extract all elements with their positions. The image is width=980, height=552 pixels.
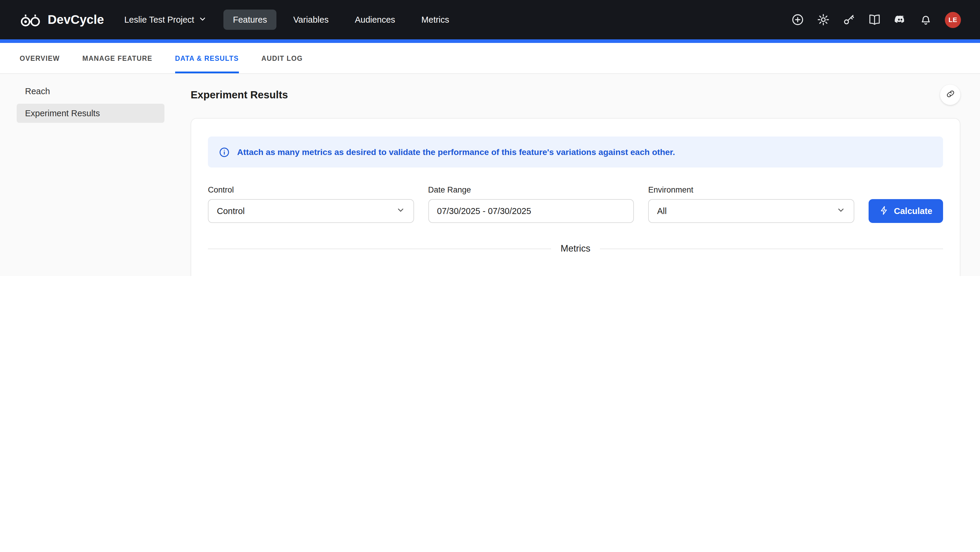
date-range-field: Date Range [428,185,634,223]
top-navbar: DevCycle Leslie Test Project Features Va… [0,0,980,39]
environment-select-value: All [657,206,667,216]
lightning-icon [879,205,889,217]
tab-audit-log[interactable]: AUDIT LOG [261,43,303,73]
info-banner: Attach as many metrics as desired to val… [208,137,943,168]
page-title: Experiment Results [191,88,288,102]
key-icon[interactable] [842,13,856,26]
calculate-button[interactable]: Calculate [868,199,943,223]
devcycle-logo-text: DevCycle [48,13,104,27]
book-icon[interactable] [868,13,881,26]
info-icon [219,146,230,158]
control-select-value: Control [217,206,245,216]
metrics-divider: Metrics [208,243,943,254]
chevron-down-icon [836,206,845,216]
experiment-results-card: Attach as many metrics as desired to val… [191,118,960,276]
app-window: DevCycle Leslie Test Project Features Va… [0,0,980,276]
info-banner-text: Attach as many metrics as desired to val… [237,147,675,157]
results-sidebar: Reach Experiment Results [0,74,173,126]
project-selector[interactable]: Leslie Test Project [124,14,207,25]
main-content: Experiment Results Attach as many metric… [173,74,980,276]
metrics-divider-label: Metrics [561,243,590,254]
discord-icon[interactable] [894,13,907,26]
brand-accent-bar [0,39,980,43]
tab-data-results[interactable]: DATA & RESULTS [175,43,239,73]
project-selector-label: Leslie Test Project [124,15,194,24]
devcycle-logo-icon [19,12,42,28]
calculate-button-label: Calculate [894,206,932,216]
environment-select[interactable]: All [648,199,854,223]
divider-line [208,248,551,249]
navbar-right: LE [791,12,961,28]
sidebar-item-reach[interactable]: Reach [17,82,164,101]
nav-item-variables[interactable]: Variables [283,10,338,30]
content-header: Experiment Results [191,85,960,105]
nav-item-features[interactable]: Features [223,10,277,30]
date-range-label: Date Range [428,185,634,194]
main-nav: Features Variables Audiences Metrics [223,10,459,30]
tab-manage-feature[interactable]: MANAGE FEATURE [83,43,153,73]
link-icon [945,89,955,101]
feature-tabbar: OVERVIEW MANAGE FEATURE DATA & RESULTS A… [0,43,980,74]
tab-overview[interactable]: OVERVIEW [20,43,60,73]
plus-circle-icon[interactable] [791,13,804,26]
chevron-down-icon [396,206,405,216]
divider-line [600,248,943,249]
user-avatar[interactable]: LE [945,12,961,28]
filters-row: Control Control Date Range Envir [208,185,943,223]
control-select[interactable]: Control [208,199,414,223]
gear-icon[interactable] [817,13,830,26]
navbar-left: DevCycle Leslie Test Project Features Va… [19,10,459,30]
date-range-input[interactable] [428,199,634,223]
control-field: Control Control [208,185,414,223]
control-label: Control [208,185,414,194]
environment-field: Environment All [648,185,854,223]
bell-icon[interactable] [919,13,932,26]
environment-label: Environment [648,185,854,194]
devcycle-logo[interactable]: DevCycle [19,12,104,28]
body-row: Reach Experiment Results Experiment Resu… [0,74,980,276]
chevron-down-icon [198,14,207,25]
nav-item-audiences[interactable]: Audiences [345,10,404,30]
nav-item-metrics[interactable]: Metrics [412,10,459,30]
copy-link-button[interactable] [940,85,960,105]
sidebar-item-experiment-results[interactable]: Experiment Results [17,104,164,123]
